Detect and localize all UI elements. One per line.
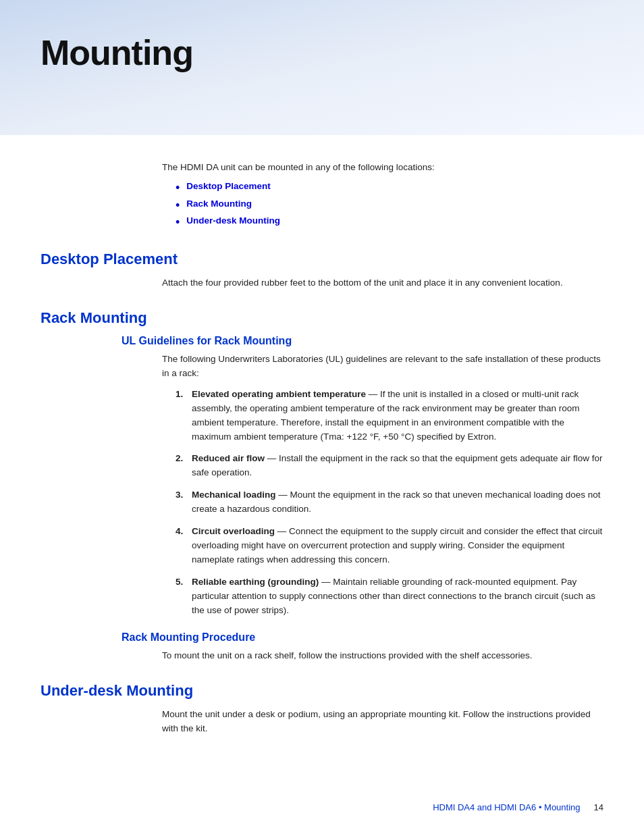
list-content-2: Reduced air flow — Install the equipment… — [192, 452, 603, 480]
rack-mounting-heading: Rack Mounting — [41, 309, 603, 327]
list-bold-4: Circuit overloading — [192, 526, 275, 536]
rack-procedure-subsection: Rack Mounting Procedure To mount the uni… — [41, 631, 603, 663]
list-item-5: 5. Reliable earthing (grounding) — Maint… — [176, 575, 603, 618]
list-item-2: 2. Reduced air flow — Install the equipm… — [176, 452, 603, 480]
list-item-underdesk: Under-desk Mounting — [176, 215, 603, 230]
list-content-3: Mechanical loading — Mount the equipment… — [192, 488, 603, 517]
list-content-1: Elevated operating ambient temperature —… — [192, 388, 603, 444]
list-item-rack: Rack Mounting — [176, 199, 603, 213]
list-num-4: 4. — [176, 525, 192, 539]
desktop-placement-section: Desktop Placement Attach the four provid… — [41, 251, 603, 290]
list-num-1: 1. — [176, 388, 192, 402]
ul-guidelines-list: 1. Elevated operating ambient temperatur… — [162, 388, 603, 618]
location-links-list: Desktop Placement Rack Mounting Under-de… — [176, 181, 603, 230]
ul-guidelines-heading: UL Guidelines for Rack Mounting — [122, 335, 603, 347]
rack-procedure-heading: Rack Mounting Procedure — [122, 631, 603, 644]
underdesk-mounting-link[interactable]: Under-desk Mounting — [186, 215, 280, 226]
list-bold-5: Reliable earthing (grounding) — [192, 577, 319, 587]
list-item-4: 4. Circuit overloading — Connect the equ… — [176, 525, 603, 567]
list-content-4: Circuit overloading — Connect the equipm… — [192, 525, 603, 567]
underdesk-heading: Under-desk Mounting — [41, 682, 603, 700]
list-bold-3: Mechanical loading — [192, 490, 276, 500]
underdesk-body: Mount the unit under a desk or podium, u… — [162, 708, 603, 736]
underdesk-section: Under-desk Mounting Mount the unit under… — [41, 682, 603, 736]
ul-guidelines-subsection: UL Guidelines for Rack Mounting The foll… — [41, 335, 603, 618]
desktop-placement-heading: Desktop Placement — [41, 251, 603, 268]
page-footer: HDMI DA4 and HDMI DA6 • Mounting 14 — [0, 802, 644, 812]
footer-doc-title: HDMI DA4 and HDMI DA6 • Mounting — [433, 802, 580, 812]
ul-guidelines-intro: The following Underwriters Laboratories … — [162, 353, 603, 381]
rack-mounting-section: Rack Mounting UL Guidelines for Rack Mou… — [41, 309, 603, 663]
list-item-1: 1. Elevated operating ambient temperatur… — [176, 388, 603, 444]
list-content-5: Reliable earthing (grounding) — Maintain… — [192, 575, 603, 618]
desktop-placement-body: Attach the four provided rubber feet to … — [162, 276, 603, 290]
desktop-placement-link[interactable]: Desktop Placement — [186, 181, 271, 191]
footer-page-number: 14 — [594, 802, 603, 812]
list-item-3: 3. Mechanical loading — Mount the equipm… — [176, 488, 603, 517]
list-bold-2: Reduced air flow — [192, 453, 265, 463]
rack-procedure-body: To mount the unit on a rack shelf, follo… — [162, 649, 603, 663]
list-num-2: 2. — [176, 452, 192, 466]
list-num-3: 3. — [176, 488, 192, 502]
list-item-desktop: Desktop Placement — [176, 181, 603, 196]
list-bold-1: Elevated operating ambient temperature — [192, 389, 366, 399]
list-num-5: 5. — [176, 575, 192, 590]
rack-mounting-link[interactable]: Rack Mounting — [186, 199, 252, 209]
intro-text: The HDMI DA unit can be mounted in any o… — [162, 161, 603, 174]
page-title: Mounting — [41, 32, 603, 73]
